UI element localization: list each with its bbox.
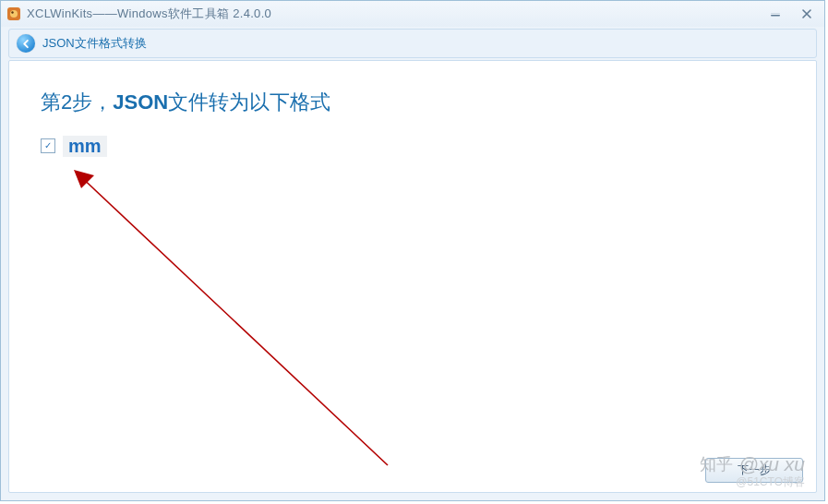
title-bar: XCLWinKits——Windows软件工具箱 2.4.0.0	[1, 1, 824, 27]
step-prefix: 第	[41, 90, 61, 114]
svg-rect-3	[771, 15, 780, 17]
toolbar-title: JSON文件格式转换	[42, 35, 147, 52]
close-button[interactable]	[795, 6, 819, 21]
checkbox-icon[interactable]: ✓	[41, 138, 55, 153]
svg-rect-4	[771, 13, 780, 14]
window-title: XCLWinKits——Windows软件工具箱 2.4.0.0	[27, 6, 271, 22]
toolbar: JSON文件格式转换	[8, 29, 817, 58]
svg-point-1	[10, 10, 18, 18]
minimize-button[interactable]	[763, 6, 787, 21]
step-rest: 文件转为以下格式	[168, 90, 330, 114]
annotation-arrow	[65, 162, 397, 476]
next-button[interactable]: 下一步	[705, 458, 803, 483]
format-option-mm[interactable]: ✓ mm	[41, 135, 107, 157]
app-window: XCLWinKits——Windows软件工具箱 2.4.0.0 JSON文件格…	[0, 0, 825, 501]
step-json: JSON	[113, 90, 168, 114]
svg-marker-6	[74, 170, 94, 188]
step-suffix: 步，	[72, 90, 113, 114]
svg-line-5	[78, 174, 388, 465]
content-panel: 第2步，JSON文件转为以下格式 ✓ mm 下一步 知乎 @xu xu @51C…	[8, 60, 817, 493]
format-option-label: mm	[63, 136, 107, 157]
step-heading: 第2步，JSON文件转为以下格式	[41, 89, 330, 116]
svg-point-2	[11, 11, 13, 13]
step-number: 2	[61, 90, 72, 114]
back-button[interactable]	[17, 34, 35, 53]
app-icon	[6, 6, 21, 21]
